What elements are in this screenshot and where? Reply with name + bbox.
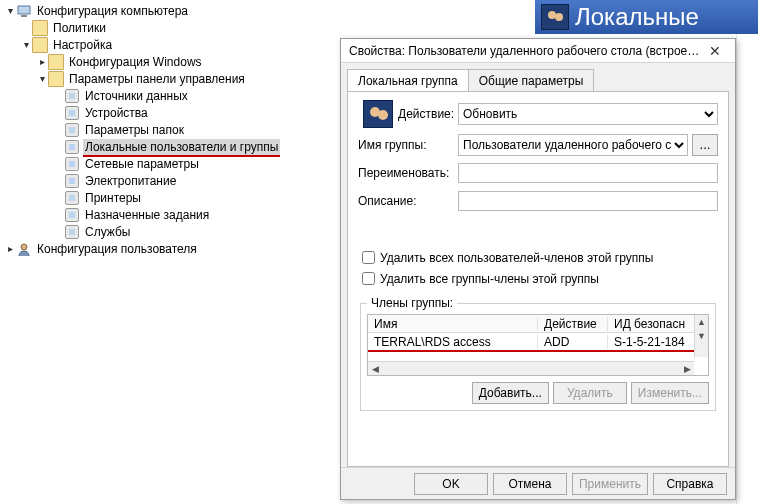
grid-hscroll[interactable]: ◀ ▶ [368, 361, 694, 375]
tree-item-label: Настройка [51, 37, 114, 53]
action-label: Действие: [398, 107, 458, 121]
action-select[interactable]: Обновить [458, 103, 718, 125]
tree-item-label: Электропитание [83, 173, 178, 189]
delete-users-label: Удалить всех пользователей-членов этой г… [380, 251, 653, 265]
users-groups-icon [363, 100, 393, 128]
dialog-footer: OK Отмена Применить Справка [341, 467, 735, 499]
users-groups-icon [64, 139, 80, 155]
group-name-select[interactable]: Пользователи удаленного рабочего сто [458, 134, 688, 156]
power-icon [64, 173, 80, 189]
col-sid[interactable]: ИД безопасн [608, 317, 708, 331]
tree-item-label: Назначенные задания [83, 207, 211, 223]
tree-item[interactable]: · Источники данных [4, 87, 338, 104]
tree-item[interactable]: ▾ Параметры панели управления [4, 70, 338, 87]
delete-users-checkbox[interactable] [362, 251, 375, 264]
svg-point-6 [378, 110, 388, 120]
dialog-titlebar[interactable]: Свойства: Пользователи удаленного рабоче… [341, 39, 735, 63]
change-member-button[interactable]: Изменить... [631, 382, 709, 404]
tree-item[interactable]: · Сетевые параметры [4, 155, 338, 172]
tree-item[interactable]: ▸ Конфигурация Windows [4, 53, 338, 70]
chevron-right-icon[interactable]: ▸ [4, 243, 16, 255]
tree-item[interactable]: ▸ Конфигурация пользователя [4, 240, 338, 257]
folder-options-icon [64, 122, 80, 138]
tab-local-group[interactable]: Локальная группа [347, 69, 469, 91]
add-member-button[interactable]: Добавить... [472, 382, 549, 404]
col-name[interactable]: Имя [368, 317, 538, 331]
grid-vscroll[interactable]: ▲ ▼ [694, 315, 708, 357]
scheduled-task-icon [64, 207, 80, 223]
rename-label: Переименовать: [358, 166, 458, 180]
device-icon [64, 105, 80, 121]
col-action[interactable]: Действие [538, 317, 608, 331]
tree-item-label: Конфигурация компьютера [35, 3, 190, 19]
chevron-right-icon[interactable]: ▸ [36, 56, 48, 68]
scroll-up-icon[interactable]: ▲ [695, 315, 708, 329]
chevron-down-icon[interactable]: ▾ [4, 5, 16, 17]
nav-tree: ▾ Конфигурация компьютера · Политики ▾ Н… [0, 0, 338, 504]
apply-button[interactable]: Применить [572, 473, 648, 495]
tree-item-local-users-groups[interactable]: · Локальные пользователи и группы [4, 138, 338, 155]
grid-header: Имя Действие ИД безопасн [368, 315, 708, 333]
help-button[interactable]: Справка [653, 473, 727, 495]
right-pane-strip [736, 34, 758, 504]
description-label: Описание: [358, 194, 458, 208]
svg-point-3 [548, 11, 556, 19]
tree-item[interactable]: ▾ Настройка [4, 36, 338, 53]
tree-item-label: Службы [83, 224, 132, 240]
tree-item[interactable]: · Параметры папок [4, 121, 338, 138]
tree-item-label: Устройства [83, 105, 150, 121]
scroll-down-icon[interactable]: ▼ [695, 329, 708, 343]
tree-item[interactable]: · Устройства [4, 104, 338, 121]
close-button[interactable]: ✕ [701, 42, 729, 60]
grid-row[interactable]: TERRAL\RDS access ADD S-1-5-21-184 [368, 333, 708, 351]
computer-icon [16, 3, 32, 19]
tree-item-label: Сетевые параметры [83, 156, 201, 172]
tree-item[interactable]: ▾ Конфигурация компьютера [4, 2, 338, 19]
scroll-left-icon[interactable]: ◀ [368, 362, 382, 375]
users-groups-banner-icon [541, 4, 569, 30]
folder-icon [32, 37, 48, 53]
tree-item-label: Параметры панели управления [67, 71, 247, 87]
tree-item-label: Принтеры [83, 190, 143, 206]
rename-input[interactable] [458, 163, 718, 183]
svg-point-4 [555, 13, 563, 21]
ok-button[interactable]: OK [414, 473, 488, 495]
svg-point-2 [21, 244, 27, 250]
members-grid[interactable]: Имя Действие ИД безопасн TERRAL\RDS acce… [367, 314, 709, 376]
tabs: Локальная группа Общие параметры [341, 63, 735, 91]
scroll-right-icon[interactable]: ▶ [680, 362, 694, 375]
description-input[interactable] [458, 191, 718, 211]
group-name-browse-button[interactable]: ... [692, 134, 718, 156]
user-config-icon [16, 241, 32, 257]
printer-icon [64, 190, 80, 206]
delete-groups-label: Удалить все группы-члены этой группы [380, 272, 599, 286]
tree-item-label: Конфигурация Windows [67, 54, 204, 70]
chevron-down-icon[interactable]: ▾ [20, 39, 32, 51]
dialog-title: Свойства: Пользователи удаленного рабоче… [349, 44, 701, 58]
delete-groups-checkbox[interactable] [362, 272, 375, 285]
page-banner: Локальные [535, 0, 758, 34]
svg-rect-0 [18, 6, 30, 14]
tree-item[interactable]: · Службы [4, 223, 338, 240]
svg-rect-1 [21, 15, 27, 17]
tree-item-label: Параметры папок [83, 122, 186, 138]
tree-item-label: Локальные пользователи и группы [83, 139, 280, 155]
members-fieldset: Члены группы: Имя Действие ИД безопасн T… [360, 296, 716, 411]
tab-panel-local-group: Действие: Обновить Имя группы: Пользоват… [347, 91, 729, 467]
remove-member-button[interactable]: Удалить [553, 382, 627, 404]
tree-item[interactable]: · Политики [4, 19, 338, 36]
tree-item[interactable]: · Принтеры [4, 189, 338, 206]
cell-name: TERRAL\RDS access [368, 335, 538, 349]
tab-common[interactable]: Общие параметры [468, 69, 595, 91]
tree-item-label: Источники данных [83, 88, 190, 104]
cancel-button[interactable]: Отмена [493, 473, 567, 495]
tree-item[interactable]: · Назначенные задания [4, 206, 338, 223]
folder-icon [32, 20, 48, 36]
group-name-label: Имя группы: [358, 138, 458, 152]
chevron-down-icon[interactable]: ▾ [36, 73, 48, 85]
folder-icon [48, 71, 64, 87]
tree-item[interactable]: · Электропитание [4, 172, 338, 189]
network-icon [64, 156, 80, 172]
page-banner-title: Локальные [575, 3, 699, 31]
cell-action: ADD [538, 335, 608, 349]
